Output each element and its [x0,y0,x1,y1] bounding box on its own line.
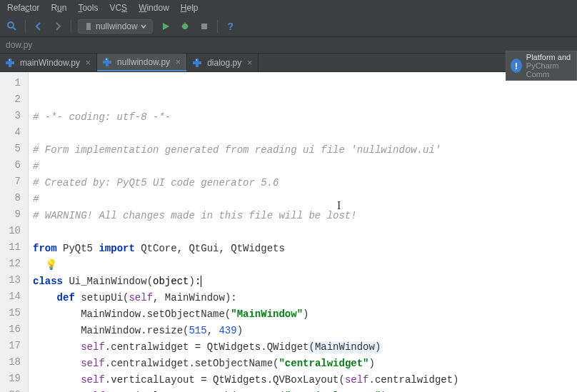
menu-tools[interactable]: Tools [74,1,102,14]
editor-tabs: mainWindow.py × nullwindow.py × dialog.p… [0,54,577,72]
line-number: 5 [3,141,21,157]
notification-popup[interactable]: ! Platform and PyCharm Comm [506,51,577,81]
tab-label: dialog.py [207,58,241,68]
line-number: 9 [3,206,21,223]
code-line[interactable]: self.centralwidget = QtWidgets.QWidget(M… [33,339,459,356]
line-number: 7 [3,174,21,190]
close-icon[interactable]: × [176,57,181,67]
line-number: 15 [3,305,21,321]
line-number: 17 [3,338,21,354]
code-line[interactable] [33,224,459,241]
debug-icon[interactable] [179,20,191,33]
line-number: 3 [3,108,21,124]
breadcrumb[interactable]: dow.py [0,37,577,54]
code-editor[interactable]: 1234567891011121314151617181920 I # -*- … [0,72,577,392]
menu-run[interactable]: Run [46,1,71,14]
code-line[interactable]: # WARNING! All changes made in this file… [33,208,459,224]
line-number: 1 [3,75,21,91]
line-number: 20 [3,387,21,392]
help-icon[interactable]: ? [224,20,237,33]
line-number: 8 [3,190,21,206]
tab-label: mainWindow.py [20,58,80,68]
code-line[interactable]: MainWindow.setObjectName("MainWindow") [33,306,459,323]
notification-subtitle: PyCharm Comm [526,61,572,79]
text-cursor-icon: I [337,197,341,213]
notification-title: Platform and [526,53,572,61]
line-number: 16 [3,321,21,338]
line-number: 14 [3,288,21,305]
code-line[interactable]: # -*- coding: utf-8 -*- [33,109,459,126]
tab-nullwindow[interactable]: nullwindow.py × [97,54,187,71]
code-line[interactable]: # [33,191,459,208]
menu-refactor[interactable]: Refactor [3,1,44,14]
svg-point-10 [196,59,197,61]
close-icon[interactable]: × [247,58,252,68]
line-number: 6 [3,157,21,174]
separator [71,20,71,33]
notification-text: Platform and PyCharm Comm [526,53,572,79]
code-line[interactable]: # Form implementation generated from rea… [33,142,459,159]
python-file-icon [6,58,16,68]
code-line[interactable]: self.verticalLayout = QtWidgets.QVBoxLay… [33,372,459,388]
separator [217,20,218,33]
code-line[interactable]: def setupUi(self, MainWindow): [33,290,459,306]
line-number: 2 [3,91,21,108]
tab-dialog[interactable]: dialog.py × [187,54,259,71]
line-number: 12 [3,256,21,272]
menu-bar: Refactor Run Tools VCS Window Help [0,0,577,16]
line-number: 19 [3,371,21,387]
code-line[interactable]: # Created by: PyQt5 UI code generator 5.… [33,175,459,191]
svg-point-8 [9,59,10,61]
svg-rect-2 [86,23,91,30]
code-line[interactable]: 💡 [33,257,459,273]
forward-icon[interactable] [51,20,64,33]
line-number: 10 [3,223,21,239]
code-line[interactable]: # [33,159,459,175]
tab-label: nullwindow.py [117,57,170,67]
svg-point-3 [182,24,188,29]
code-line[interactable]: self.centralwidget.setObjectName("centra… [33,356,459,372]
close-icon[interactable]: × [86,58,91,68]
tab-mainwindow[interactable]: mainWindow.py × [0,54,97,71]
svg-point-0 [8,22,14,28]
line-gutter: 1234567891011121314151617181920 [0,72,29,392]
line-number: 13 [3,272,21,288]
menu-window[interactable]: Window [134,1,174,14]
menu-vcs[interactable]: VCS [105,1,131,14]
svg-line-1 [13,27,16,30]
run-config-label: nullwindow [96,21,138,31]
breadcrumb-text: dow.py [6,40,32,50]
back-icon[interactable] [32,20,45,33]
separator [25,20,26,33]
code-line[interactable]: class Ui_MainWindow(object): [33,273,459,290]
code-line[interactable]: from PyQt5 import QtCore, QtGui, QtWidge… [33,241,459,257]
code-area[interactable]: I # -*- coding: utf-8 -*- # Form impleme… [29,72,463,392]
line-number: 4 [3,124,21,141]
svg-rect-7 [201,24,207,29]
menu-help[interactable]: Help [176,1,203,14]
toolbar: nullwindow ? [0,16,577,37]
python-file-icon [103,57,113,67]
open-icon[interactable] [6,20,19,33]
line-number: 18 [3,354,21,371]
code-line[interactable]: self.verticalLayout.setObjectName("verti… [33,388,459,392]
code-line[interactable]: MainWindow.resize(515, 439) [33,323,459,339]
python-file-icon [193,58,203,68]
run-config-selector[interactable]: nullwindow [78,19,153,34]
info-icon: ! [511,59,522,73]
code-line[interactable] [33,126,459,142]
svg-point-9 [106,59,107,60]
chevron-down-icon [141,24,146,29]
line-number: 11 [3,239,21,256]
stop-icon[interactable] [198,20,211,33]
run-icon[interactable] [159,20,172,33]
